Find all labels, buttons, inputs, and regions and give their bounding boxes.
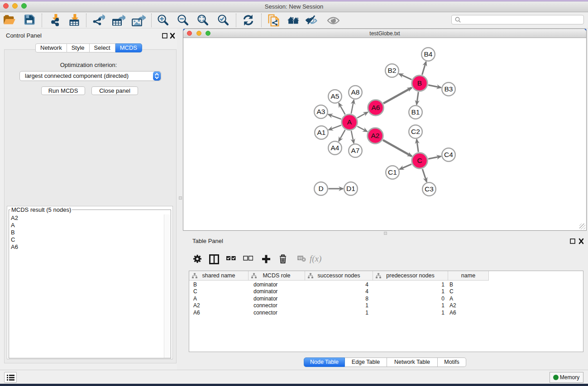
svg-text:B1: B1 — [411, 108, 420, 116]
svg-text:A2: A2 — [371, 132, 380, 139]
svg-text:C2: C2 — [411, 128, 420, 135]
svg-text:A: A — [347, 118, 352, 126]
svg-text:A1: A1 — [317, 129, 326, 136]
svg-text:A7: A7 — [351, 147, 360, 154]
svg-text:B2: B2 — [388, 67, 397, 74]
svg-text:B: B — [417, 79, 422, 87]
svg-text:A5: A5 — [331, 92, 339, 100]
svg-text:A6: A6 — [372, 104, 380, 111]
svg-text:C1: C1 — [388, 168, 397, 176]
svg-text:A4: A4 — [331, 144, 339, 152]
svg-text:A8: A8 — [351, 88, 360, 96]
svg-text:C: C — [417, 157, 422, 164]
svg-text:D1: D1 — [346, 185, 355, 192]
svg-text:C4: C4 — [444, 151, 453, 158]
svg-text:B3: B3 — [445, 85, 453, 93]
svg-text:A3: A3 — [317, 108, 325, 115]
svg-text:C3: C3 — [425, 185, 434, 193]
svg-text:D: D — [318, 185, 323, 192]
svg-text:B4: B4 — [424, 50, 433, 58]
